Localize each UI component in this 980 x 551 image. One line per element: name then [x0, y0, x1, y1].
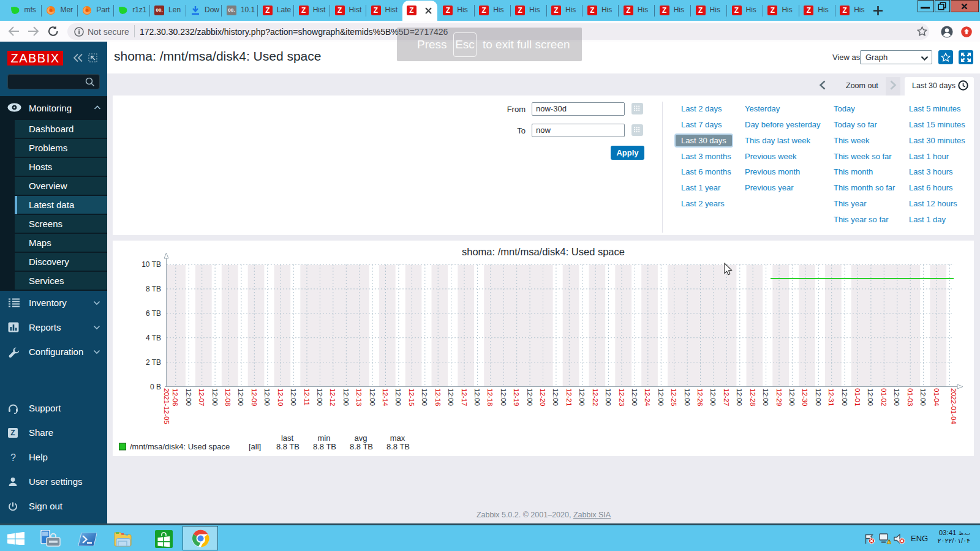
- svg-text:12:00: 12:00: [211, 388, 219, 406]
- svg-text:[all]: [all]: [249, 442, 261, 451]
- svg-text:12:00: 12:00: [736, 388, 743, 406]
- svg-text:12-09: 12-09: [251, 388, 258, 406]
- svg-text:01-01: 01-01: [854, 388, 861, 406]
- svg-text:01-04: 01-04: [933, 388, 940, 407]
- svg-text:12:00: 12:00: [631, 388, 638, 406]
- svg-text:12-27: 12-27: [723, 388, 730, 406]
- svg-text:max: max: [390, 433, 405, 443]
- svg-text:shoma: /mnt/msa/disk4: Used sp: shoma: /mnt/msa/disk4: Used space: [462, 246, 625, 257]
- svg-text:12:00: 12:00: [788, 388, 796, 406]
- svg-text:12:00: 12:00: [841, 388, 848, 406]
- svg-text:12-26: 12-26: [696, 388, 704, 406]
- svg-text:12-16: 12-16: [434, 388, 442, 406]
- svg-text:12-20: 12-20: [539, 388, 546, 406]
- svg-text:12-07: 12-07: [198, 388, 205, 406]
- svg-text:8.8 TB: 8.8 TB: [386, 442, 410, 451]
- svg-text:12-13: 12-13: [355, 388, 363, 406]
- svg-text:12:00: 12:00: [526, 388, 533, 406]
- svg-text:12:00: 12:00: [447, 388, 454, 406]
- svg-text:12-30: 12-30: [801, 388, 809, 406]
- svg-text:12:00: 12:00: [893, 388, 900, 406]
- svg-text:12-19: 12-19: [513, 388, 520, 406]
- svg-text:12-23: 12-23: [618, 388, 625, 406]
- svg-text:12:00: 12:00: [316, 388, 323, 406]
- svg-text:12-15: 12-15: [408, 388, 415, 406]
- svg-text:12:00: 12:00: [421, 388, 428, 406]
- svg-text:01-02: 01-02: [880, 388, 888, 406]
- svg-text:12:00: 12:00: [369, 388, 376, 406]
- svg-text:12:00: 12:00: [684, 388, 691, 406]
- svg-text:12:00: 12:00: [605, 388, 612, 406]
- svg-text:01-03: 01-03: [907, 388, 914, 406]
- svg-text:8.8 TB: 8.8 TB: [313, 442, 336, 451]
- svg-text:12:00: 12:00: [709, 388, 717, 406]
- svg-text:12:00: 12:00: [237, 388, 244, 406]
- svg-text:0 B: 0 B: [150, 383, 161, 391]
- svg-text:8.8 TB: 8.8 TB: [350, 442, 373, 451]
- svg-text:12-25: 12-25: [670, 388, 677, 406]
- svg-text:12:00: 12:00: [867, 388, 874, 406]
- svg-text:12:00: 12:00: [290, 388, 297, 406]
- svg-text:12:00: 12:00: [919, 388, 927, 406]
- svg-text:12-28: 12-28: [749, 388, 756, 406]
- svg-text:12:00: 12:00: [815, 388, 822, 406]
- svg-text:2022-01-04: 2022-01-04: [950, 388, 957, 424]
- svg-text:4 TB: 4 TB: [146, 334, 161, 342]
- svg-text:12:00: 12:00: [473, 388, 481, 406]
- svg-text:12-11: 12-11: [303, 388, 311, 406]
- svg-text:12-08: 12-08: [224, 388, 232, 406]
- svg-text:6 TB: 6 TB: [146, 309, 161, 318]
- svg-text:12-29: 12-29: [775, 388, 783, 406]
- svg-text:12:00: 12:00: [394, 388, 402, 406]
- svg-text:12-24: 12-24: [644, 388, 651, 407]
- svg-text:12-18: 12-18: [486, 388, 494, 406]
- svg-text:12-31: 12-31: [827, 388, 835, 406]
- svg-text:12:00: 12:00: [657, 388, 665, 406]
- svg-text:12:00: 12:00: [185, 388, 192, 406]
- svg-text:8 TB: 8 TB: [146, 285, 161, 293]
- svg-text:12-14: 12-14: [382, 388, 389, 407]
- svg-text:2 TB: 2 TB: [146, 358, 161, 367]
- svg-text:12:00: 12:00: [762, 388, 769, 406]
- svg-text:avg: avg: [355, 433, 368, 443]
- svg-text:min: min: [318, 433, 331, 443]
- svg-text:12:00: 12:00: [578, 388, 586, 406]
- svg-text:10 TB: 10 TB: [141, 260, 161, 269]
- svg-text:/mnt/msa/disk4: Used space: /mnt/msa/disk4: Used space: [130, 442, 230, 451]
- svg-text:12-06: 12-06: [172, 388, 179, 406]
- svg-text:2021-12-05: 2021-12-05: [163, 388, 170, 424]
- svg-text:12-22: 12-22: [592, 388, 599, 406]
- svg-text:12:00: 12:00: [263, 388, 271, 406]
- svg-text:12-21: 12-21: [565, 388, 573, 406]
- svg-text:!: !: [888, 539, 889, 544]
- svg-text:8.8 TB: 8.8 TB: [276, 442, 300, 451]
- svg-text:12-10: 12-10: [277, 388, 284, 406]
- svg-text:12:00: 12:00: [552, 388, 559, 406]
- svg-text:12:00: 12:00: [500, 388, 507, 406]
- svg-text:12-12: 12-12: [329, 388, 336, 406]
- svg-text:12:00: 12:00: [342, 388, 350, 406]
- svg-text:12-17: 12-17: [461, 388, 468, 406]
- svg-text:last: last: [281, 433, 294, 443]
